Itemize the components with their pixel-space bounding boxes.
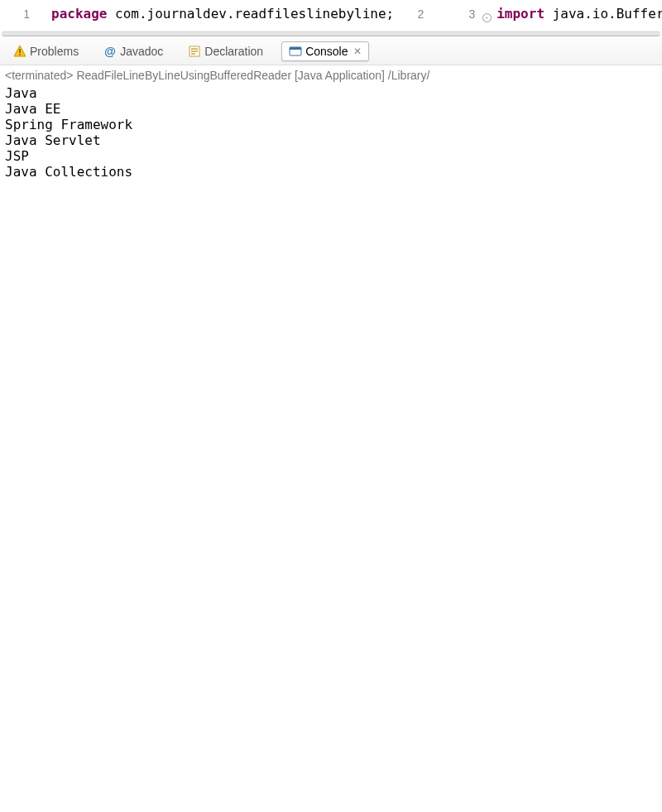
- console-line: Java EE: [5, 101, 657, 117]
- svg-rect-4: [290, 47, 301, 50]
- at-icon: @: [103, 45, 117, 58]
- warning-icon: [13, 45, 26, 58]
- console-icon: [289, 45, 302, 58]
- code-text[interactable]: package com.journaldev.readfileslinebyli…: [48, 3, 394, 25]
- tab-problems[interactable]: Problems: [7, 42, 85, 60]
- line-number: 1: [0, 3, 35, 25]
- code-text[interactable]: import java.io.BufferedReader;: [493, 3, 662, 25]
- close-icon[interactable]: ✕: [353, 46, 362, 57]
- tab-label: Console: [305, 45, 348, 58]
- tab-declaration[interactable]: Declaration: [181, 42, 270, 60]
- fold-toggle[interactable]: -: [480, 3, 493, 25]
- console-header: <terminated> ReadFileLineByLineUsingBuff…: [5, 69, 657, 82]
- console-view[interactable]: <terminated> ReadFileLineByLineUsingBuff…: [0, 65, 662, 183]
- console-line: Java Collections: [5, 164, 657, 180]
- declaration-icon: [188, 45, 201, 58]
- console-line: Spring Framework: [5, 117, 657, 132]
- tab-console[interactable]: Console ✕: [281, 41, 368, 61]
- tab-javadoc[interactable]: @ Javadoc: [97, 42, 170, 60]
- console-output: JavaJava EESpring FrameworkJava ServletJ…: [5, 85, 657, 180]
- line-number: 2: [394, 3, 429, 25]
- fold-toggle: [35, 3, 48, 25]
- code-editor[interactable]: 1package com.journaldev.readfileslinebyl…: [0, 0, 662, 25]
- console-line: JSP: [5, 148, 657, 164]
- code-line[interactable]: 1package com.journaldev.readfileslinebyl…: [0, 3, 394, 25]
- svg-rect-1: [19, 54, 21, 55]
- tab-label: Javadoc: [120, 45, 163, 58]
- fold-toggle: [429, 3, 442, 25]
- tab-label: Problems: [30, 45, 79, 58]
- tab-label: Declaration: [204, 45, 263, 58]
- bottom-tabs: Problems @ Javadoc Declaration Console ✕: [0, 36, 662, 65]
- code-line[interactable]: 3-import java.io.BufferedReader;: [445, 3, 662, 25]
- console-line: Java: [5, 85, 657, 101]
- code-line[interactable]: 2: [394, 3, 445, 25]
- svg-rect-0: [19, 49, 21, 53]
- console-line: Java Servlet: [5, 132, 657, 148]
- line-number: 3: [445, 3, 480, 25]
